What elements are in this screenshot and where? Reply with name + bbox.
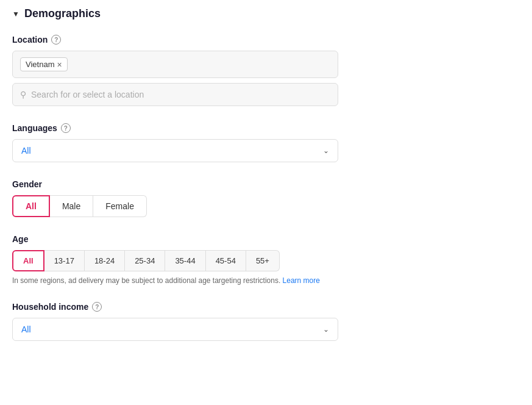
age-label: Age xyxy=(12,234,520,244)
languages-select[interactable]: All ⌄ xyxy=(12,139,338,162)
languages-label: Languages ? xyxy=(12,123,520,133)
tag-text: Vietnam xyxy=(26,60,54,69)
household-income-chevron-icon: ⌄ xyxy=(323,325,329,334)
gender-female-button[interactable]: Female xyxy=(93,195,147,217)
languages-field-group: Languages ? All ⌄ xyxy=(12,123,520,162)
location-label: Location ? xyxy=(12,35,520,45)
location-field-group: Location ? Vietnam × ⚲ Search for or sel… xyxy=(12,35,520,106)
gender-field-group: Gender All Male Female xyxy=(12,179,520,217)
age-35-44-button[interactable]: 35-44 xyxy=(165,250,205,271)
household-income-select[interactable]: All ⌄ xyxy=(12,318,338,341)
household-income-help-icon[interactable]: ? xyxy=(92,302,102,312)
vietnam-tag: Vietnam × xyxy=(20,57,68,71)
gender-all-button[interactable]: All xyxy=(12,195,50,217)
languages-chevron-icon: ⌄ xyxy=(323,146,329,155)
age-all-button[interactable]: All xyxy=(12,250,44,271)
demographics-section-header[interactable]: ▼ Demographics xyxy=(12,7,520,20)
age-button-group: All 13-17 18-24 25-34 35-44 45-54 55+ xyxy=(12,250,520,271)
gender-label: Gender xyxy=(12,179,520,189)
location-search-box[interactable]: ⚲ Search for or select a location xyxy=(12,83,338,106)
location-tags-box[interactable]: Vietnam × xyxy=(12,51,338,78)
age-18-24-button[interactable]: 18-24 xyxy=(85,250,125,271)
household-income-field-group: Household income ? All ⌄ xyxy=(12,302,520,341)
gender-button-group: All Male Female xyxy=(12,195,520,217)
age-field-group: Age All 13-17 18-24 25-34 35-44 45-54 55… xyxy=(12,234,520,285)
languages-help-icon[interactable]: ? xyxy=(61,123,71,133)
age-learn-more-link[interactable]: Learn more xyxy=(283,276,320,285)
gender-male-button[interactable]: Male xyxy=(50,195,93,217)
age-note: In some regions, ad delivery may be subj… xyxy=(12,276,338,285)
location-help-icon[interactable]: ? xyxy=(51,35,61,45)
collapse-arrow-icon: ▼ xyxy=(12,10,20,18)
tag-remove-button[interactable]: × xyxy=(57,60,62,69)
age-55-plus-button[interactable]: 55+ xyxy=(246,250,280,271)
household-income-value: All xyxy=(21,324,31,334)
age-25-34-button[interactable]: 25-34 xyxy=(125,250,165,271)
search-icon: ⚲ xyxy=(20,90,26,99)
location-search-placeholder: Search for or select a location xyxy=(31,90,144,99)
household-income-label: Household income ? xyxy=(12,302,520,312)
age-13-17-button[interactable]: 13-17 xyxy=(44,250,85,271)
age-45-54-button[interactable]: 45-54 xyxy=(206,250,246,271)
languages-value: All xyxy=(21,146,31,156)
page-title: Demographics xyxy=(24,7,101,20)
